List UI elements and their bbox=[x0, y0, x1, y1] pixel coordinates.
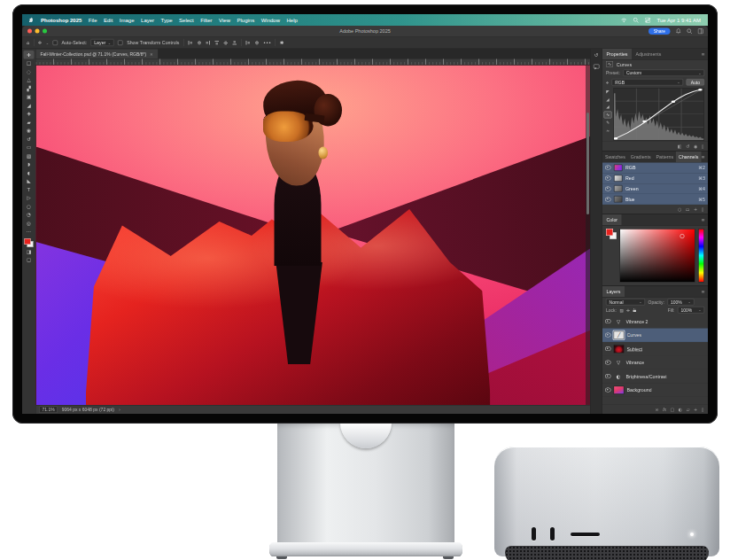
layer-row-vibrance-2[interactable]: ▽ Vibrance 2 bbox=[602, 315, 708, 329]
lock-transparent-icon[interactable]: ▨ bbox=[619, 307, 623, 312]
workspace-switcher-icon[interactable] bbox=[698, 28, 704, 35]
opacity-dropdown[interactable]: 100%⌄ bbox=[667, 299, 694, 306]
foreground-color-swatch[interactable] bbox=[25, 238, 31, 245]
zoom-level-field[interactable]: 71.1% bbox=[40, 407, 58, 414]
close-window-button[interactable] bbox=[27, 29, 32, 34]
tool-healing-brush[interactable]: ◈ bbox=[24, 110, 35, 119]
share-button[interactable]: Share bbox=[648, 27, 670, 35]
delete-adjustment-icon[interactable]: ▯ bbox=[702, 144, 704, 149]
new-adjustment-layer-icon[interactable]: ◐ bbox=[679, 407, 682, 412]
visibility-eye-icon[interactable] bbox=[605, 388, 611, 393]
visibility-eye-icon[interactable] bbox=[605, 361, 611, 365]
tool-marquee[interactable]: □ bbox=[24, 59, 35, 68]
menu-item-view[interactable]: View bbox=[219, 17, 230, 23]
menu-item-image[interactable]: Image bbox=[120, 17, 135, 23]
add-layer-mask-icon[interactable]: ▢ bbox=[671, 407, 675, 412]
auto-button[interactable]: Auto bbox=[687, 79, 704, 86]
smooth-curve-icon[interactable]: ≈ bbox=[604, 128, 611, 134]
more-options-icon[interactable]: ••• bbox=[263, 40, 271, 45]
align-middle-icon[interactable] bbox=[223, 40, 229, 45]
visibility-eye-icon[interactable] bbox=[605, 319, 611, 323]
history-panel-icon[interactable]: ↺ bbox=[593, 51, 601, 59]
clip-to-layer-icon[interactable]: ◧ bbox=[678, 144, 682, 149]
status-chevron-icon[interactable]: › bbox=[119, 408, 120, 413]
targeted-adjustment-icon[interactable]: ⌖ bbox=[606, 80, 609, 86]
sample-point-icon[interactable]: ◤ bbox=[604, 89, 611, 95]
draw-curve-pencil-icon[interactable]: ✎ bbox=[604, 120, 611, 126]
quick-mask-icon[interactable]: ◨ bbox=[24, 247, 35, 256]
comments-panel-icon[interactable] bbox=[593, 63, 601, 71]
menu-item-window[interactable]: Window bbox=[261, 17, 280, 23]
new-layer-icon[interactable]: + bbox=[694, 407, 697, 412]
reset-adjustment-icon[interactable]: ↺ bbox=[686, 144, 689, 149]
zoom-window-button[interactable] bbox=[43, 29, 47, 34]
tool-move[interactable]: ✛ bbox=[24, 51, 35, 59]
tab-properties[interactable]: Properties bbox=[602, 49, 632, 59]
snap-options-icon[interactable]: ✱ bbox=[280, 40, 283, 45]
horizontal-ruler[interactable] bbox=[36, 59, 591, 66]
tool-history-brush[interactable]: ↺ bbox=[24, 135, 35, 144]
tab-gradients[interactable]: Gradients bbox=[628, 152, 654, 162]
wifi-icon[interactable] bbox=[621, 17, 627, 23]
visibility-eye-icon[interactable] bbox=[605, 346, 611, 351]
black-point-eyedropper-icon[interactable]: ◢ bbox=[604, 97, 611, 103]
tool-shape[interactable]: ○ bbox=[24, 202, 35, 211]
scrollbar-thumb[interactable] bbox=[586, 113, 589, 214]
preset-dropdown[interactable]: Custom⌄ bbox=[623, 70, 704, 77]
layer-row-brightness-contrast[interactable]: ◐ Brightness/Contrast bbox=[602, 369, 708, 384]
canvas[interactable] bbox=[36, 66, 591, 406]
channel-row-blue[interactable]: Blue ⌘5 bbox=[602, 194, 708, 205]
minimize-window-button[interactable] bbox=[35, 29, 40, 34]
edit-points-icon[interactable]: ∿ bbox=[604, 112, 612, 119]
layers-menu-icon[interactable]: ≡ bbox=[701, 289, 708, 294]
color-picker-ring[interactable] bbox=[680, 234, 684, 238]
channels-menu-icon[interactable]: ≡ bbox=[701, 154, 708, 159]
show-transform-checkbox[interactable] bbox=[118, 40, 123, 45]
delete-channel-icon[interactable]: ▯ bbox=[702, 206, 704, 212]
search-icon[interactable] bbox=[633, 17, 640, 23]
canvas-vertical-scrollbar[interactable] bbox=[586, 66, 590, 406]
tab-channels[interactable]: Channels bbox=[676, 152, 701, 162]
edit-toolbar-icon[interactable]: ⋯ bbox=[24, 228, 35, 237]
menu-item-type[interactable]: Type bbox=[161, 17, 173, 23]
lock-all-icon[interactable] bbox=[633, 309, 637, 312]
tool-lasso[interactable]: ◌ bbox=[24, 67, 35, 76]
tool-path-selection[interactable]: ▷ bbox=[24, 194, 35, 203]
distribute-horizontal-icon[interactable] bbox=[245, 40, 251, 45]
tool-pen[interactable]: ◣ bbox=[24, 177, 35, 186]
hue-slider[interactable] bbox=[698, 229, 704, 283]
tool-brush[interactable]: ▰ bbox=[24, 118, 35, 127]
panel-menu-icon[interactable]: ≡ bbox=[701, 51, 708, 57]
visibility-eye-icon[interactable] bbox=[605, 197, 611, 201]
tool-hand[interactable]: ◔ bbox=[24, 211, 35, 220]
notifications-bell-icon[interactable] bbox=[676, 28, 682, 35]
menu-item-edit[interactable]: Edit bbox=[104, 17, 113, 23]
tab-layers[interactable]: Layers bbox=[602, 286, 625, 297]
menu-item-help[interactable]: Help bbox=[287, 17, 298, 23]
menu-clock[interactable]: Tue Apr 1 9:41 AM bbox=[657, 17, 701, 23]
align-bottom-icon[interactable] bbox=[232, 40, 237, 45]
channel-row-green[interactable]: Green ⌘4 bbox=[602, 183, 708, 194]
new-channel-icon[interactable]: + bbox=[694, 206, 697, 212]
align-top-icon[interactable] bbox=[214, 40, 220, 45]
visibility-eye-icon[interactable] bbox=[605, 374, 611, 378]
tool-zoom[interactable]: ◎ bbox=[24, 219, 35, 228]
layer-row-curves[interactable]: ╱ Curves bbox=[602, 329, 708, 343]
tool-frame[interactable]: ▣ bbox=[24, 93, 35, 102]
tool-object-selection[interactable]: △ bbox=[24, 76, 35, 85]
menu-item-plugins[interactable]: Plugins bbox=[237, 17, 254, 23]
tool-eyedropper[interactable]: ◢ bbox=[24, 101, 35, 110]
fill-dropdown[interactable]: 100%⌄ bbox=[678, 307, 704, 314]
auto-select-target-dropdown[interactable]: Layer⌄ bbox=[91, 39, 114, 46]
tool-clone-stamp[interactable]: ◉ bbox=[24, 127, 35, 136]
visibility-toggle-icon[interactable]: ◉ bbox=[694, 144, 697, 149]
new-group-icon[interactable]: ▱ bbox=[687, 407, 690, 412]
tool-blur[interactable]: ◗ bbox=[24, 160, 35, 169]
tool-preset-caret-icon[interactable]: ⌄ bbox=[46, 41, 49, 45]
tab-adjustments[interactable]: Adjustments bbox=[632, 49, 665, 59]
saturation-brightness-picker[interactable] bbox=[620, 229, 695, 283]
visibility-eye-icon[interactable] bbox=[605, 166, 611, 170]
tool-crop[interactable]: ▞ bbox=[24, 84, 35, 93]
move-tool-options-icon[interactable]: ✛ bbox=[38, 40, 42, 45]
gray-point-eyedropper-icon[interactable]: ◢ bbox=[604, 104, 611, 110]
